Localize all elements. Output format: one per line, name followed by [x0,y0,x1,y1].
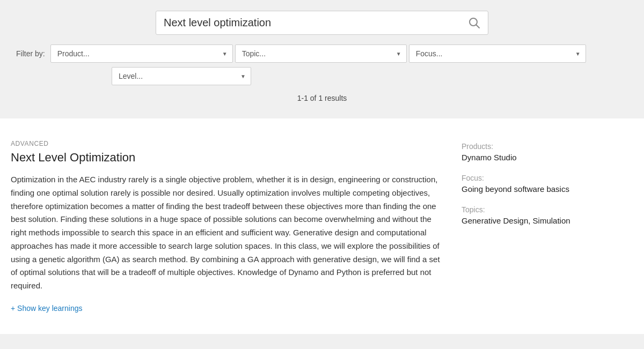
products-value: Dynamo Studio [462,153,580,162]
focus-value: Going beyond software basics [462,184,580,194]
topic-filter-wrapper: Topic... [235,44,407,63]
content-area: ADVANCED Next Level Optimization Optimiz… [0,118,644,334]
sidebar-products: Products: Dynamo Studio [462,142,580,162]
header-area: Filter by: Product... Topic... Focus... … [0,0,644,118]
search-input[interactable] [164,17,469,29]
result-main: ADVANCED Next Level Optimization Optimiz… [11,140,440,313]
filters-row-2: Level... [106,63,644,85]
topics-value: Generative Design, Simulation [462,216,580,225]
result-sidebar: Products: Dynamo Studio Focus: Going bey… [462,140,580,313]
level-filter[interactable]: Level... [112,67,251,85]
focus-filter[interactable]: Focus... [409,44,586,63]
topics-label: Topics: [462,205,580,214]
product-filter[interactable]: Product... [50,44,233,63]
topic-filter[interactable]: Topic... [235,44,407,63]
level-filter-wrapper: Level... [112,67,251,85]
focus-label: Focus: [462,174,580,182]
filters-row: Filter by: Product... Topic... Focus... [11,44,633,63]
result-item: ADVANCED Next Level Optimization Optimiz… [11,135,633,313]
product-filter-wrapper: Product... [50,44,233,63]
products-label: Products: [462,142,580,151]
result-title: Next Level Optimization [11,151,440,165]
results-count: 1-1 of 1 results [0,94,644,102]
search-bar [156,11,488,35]
result-level: ADVANCED [11,140,440,147]
show-key-learnings-button[interactable]: + Show key learnings [11,304,82,313]
sidebar-topics: Topics: Generative Design, Simulation [462,205,580,225]
result-description: Optimization in the AEC industry rarely … [11,173,440,293]
svg-line-1 [477,25,480,28]
filter-by-label: Filter by: [16,49,45,58]
focus-filter-wrapper: Focus... [409,44,586,63]
search-icon [469,17,480,29]
search-button[interactable] [469,17,480,29]
sidebar-focus: Focus: Going beyond software basics [462,174,580,194]
